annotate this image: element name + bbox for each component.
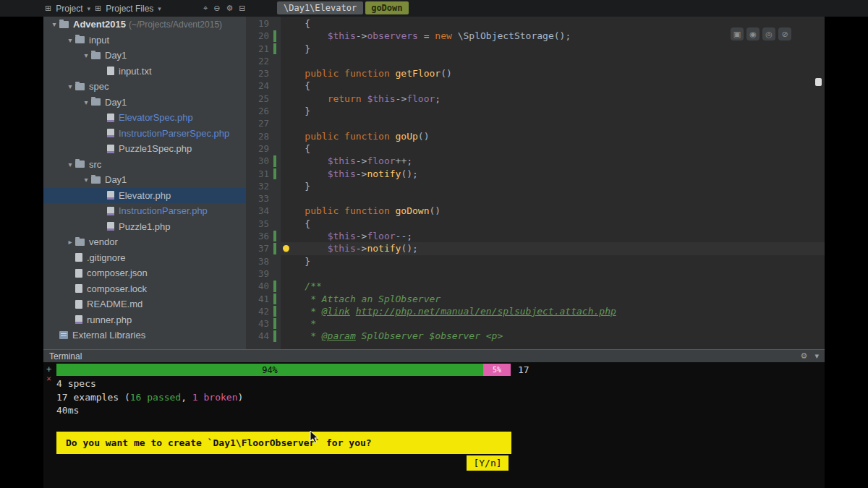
collapse-all-icon[interactable]: ⊖ — [213, 4, 220, 13]
line-number-30[interactable]: 30 — [246, 155, 281, 167]
settings-icon[interactable]: ⚙ — [801, 351, 808, 361]
line-number-36[interactable]: 36 — [246, 230, 281, 242]
overlay-toolbar-icon-2[interactable]: ◉ — [746, 27, 760, 40]
tree-item-day1[interactable]: ▾Day1 — [43, 48, 246, 64]
tree-item-elevatorspec-php[interactable]: ElevatorSpec.php — [43, 110, 246, 126]
code-line-39[interactable] — [281, 267, 825, 280]
code-line-38[interactable]: } — [281, 255, 825, 267]
tab-project-files[interactable]: Project Files — [106, 4, 153, 14]
tree-item-runner-php[interactable]: runner.php — [43, 312, 246, 328]
code-line-35[interactable]: { — [281, 218, 825, 230]
code-line-41[interactable]: * Attach an SplObserver — [281, 293, 825, 305]
tree-item-readme-md[interactable]: README.md — [43, 296, 246, 312]
line-number-38[interactable]: 38 — [246, 255, 281, 267]
line-number-19[interactable]: 19 — [246, 17, 281, 30]
breadcrumb-class[interactable]: \Day1\Elevator — [277, 1, 363, 14]
line-number-22[interactable]: 22 — [246, 55, 281, 67]
chevron-down-icon[interactable]: ▾ — [65, 82, 75, 90]
tree-item-input-txt[interactable]: input.txt — [43, 64, 246, 80]
tree-item-day1[interactable]: ▾Day1 — [43, 95, 246, 111]
code-line-42[interactable]: * @link http://php.net/manual/en/splsubj… — [281, 305, 825, 317]
code-line-25[interactable]: return $this->floor; — [281, 93, 825, 105]
line-number-32[interactable]: 32 — [246, 180, 281, 192]
code-line-28[interactable]: public function goUp() — [281, 130, 825, 142]
tree-item-instructionparserspec-php[interactable]: InstructionParserSpec.php — [43, 126, 246, 142]
chevron-right-icon[interactable]: ▸ — [65, 238, 75, 246]
line-number-26[interactable]: 26 — [246, 105, 281, 117]
intention-bulb-icon[interactable] — [283, 245, 289, 252]
overlay-toolbar-icon-3[interactable]: ◎ — [762, 27, 775, 40]
code-line-27[interactable] — [281, 117, 825, 129]
code-line-37[interactable]: $this->notify(); — [281, 242, 825, 254]
line-number-28[interactable]: 28 — [246, 130, 281, 142]
code-line-21[interactable]: } — [281, 43, 825, 55]
line-number-37[interactable]: 37 — [246, 242, 281, 254]
line-number-34[interactable]: 34 — [246, 205, 281, 217]
line-number-44[interactable]: 44 — [246, 330, 281, 342]
code-line-43[interactable]: * — [281, 317, 825, 330]
add-session-icon[interactable]: + — [46, 366, 51, 373]
line-number-41[interactable]: 41 — [246, 293, 281, 305]
tree-item--gitignore[interactable]: .gitignore — [43, 250, 246, 266]
line-number-27[interactable]: 27 — [246, 117, 281, 129]
hide-terminal-icon[interactable]: ▾ — [814, 351, 819, 361]
line-number-31[interactable]: 31 — [246, 168, 281, 180]
tree-item-elevator-php[interactable]: Elevator.php — [43, 188, 246, 204]
chevron-down-icon[interactable]: ▾ — [88, 5, 91, 12]
line-number-42[interactable]: 42 — [246, 305, 281, 317]
editor-code-area[interactable]: { $this->observers = new \SplObjectStora… — [281, 17, 825, 343]
line-number-20[interactable]: 20 — [246, 30, 281, 42]
tree-item-advent2015[interactable]: ▾Advent2015 (~/Projects/Advent2015) — [43, 17, 246, 33]
terminal-body[interactable]: + ✕ 94% 5% 17 4 specs 17 examples (16 pa… — [43, 362, 825, 488]
line-number-29[interactable]: 29 — [246, 142, 281, 155]
tree-item-composer-json[interactable]: composer.json — [43, 265, 246, 281]
code-line-30[interactable]: $this->floor++; — [281, 155, 825, 167]
code-line-33[interactable] — [281, 192, 825, 205]
code-line-24[interactable]: { — [281, 80, 825, 92]
chevron-down-icon[interactable]: ▾ — [65, 36, 75, 44]
line-number-21[interactable]: 21 — [246, 43, 281, 55]
code-line-29[interactable]: { — [281, 142, 825, 155]
settings-icon[interactable]: ⚙ — [226, 4, 233, 13]
chevron-down-icon[interactable]: ▾ — [65, 160, 75, 168]
code-line-22[interactable] — [281, 55, 825, 67]
code-line-31[interactable]: $this->notify(); — [281, 168, 825, 180]
line-number-25[interactable]: 25 — [246, 93, 281, 105]
code-editor[interactable]: 1920212223242526272829303132333435363738… — [246, 17, 825, 349]
overlay-toolbar-icon-4[interactable]: ⊘ — [778, 27, 791, 40]
tree-item-src[interactable]: ▾src — [43, 157, 246, 173]
code-line-26[interactable]: } — [281, 105, 825, 117]
tree-item-puzzle1-php[interactable]: Puzzle1.php — [43, 219, 246, 235]
tree-item-day1[interactable]: ▾Day1 — [43, 172, 246, 188]
line-number-33[interactable]: 33 — [246, 192, 281, 205]
tree-item-composer-lock[interactable]: composer.lock — [43, 281, 246, 297]
hide-panel-icon[interactable]: ⊟ — [239, 4, 245, 13]
code-line-32[interactable]: } — [281, 180, 825, 192]
line-number-39[interactable]: 39 — [246, 267, 281, 280]
line-number-35[interactable]: 35 — [246, 218, 281, 230]
scrollbar-marker[interactable] — [815, 78, 822, 86]
line-number-43[interactable]: 43 — [246, 317, 281, 330]
chevron-down-icon[interactable]: ▾ — [158, 5, 161, 12]
chevron-down-icon[interactable]: ▾ — [81, 98, 91, 106]
line-number-40[interactable]: 40 — [246, 280, 281, 292]
tree-item-input[interactable]: ▾input — [43, 33, 246, 48]
code-line-44[interactable]: * @param SplObserver $observer <p> — [281, 330, 825, 342]
tab-project[interactable]: Project — [56, 4, 82, 14]
breadcrumb-method[interactable]: goDown — [365, 1, 408, 14]
chevron-down-icon[interactable]: ▾ — [81, 176, 91, 184]
code-line-34[interactable]: public function goDown() — [281, 205, 825, 217]
line-number-24[interactable]: 24 — [246, 80, 281, 92]
overlay-toolbar-icon-1[interactable]: ▣ — [731, 27, 744, 40]
chevron-down-icon[interactable]: ▾ — [49, 20, 59, 28]
code-line-36[interactable]: $this->floor--; — [281, 230, 825, 242]
line-number-23[interactable]: 23 — [246, 67, 281, 80]
terminal-header[interactable]: Terminal ⚙ ▾ — [43, 349, 825, 362]
code-line-23[interactable]: public function getFloor() — [281, 67, 825, 80]
chevron-down-icon[interactable]: ▾ — [81, 51, 91, 59]
code-line-40[interactable]: /** — [281, 280, 825, 292]
close-session-icon[interactable]: ✕ — [46, 375, 51, 382]
tree-item-spec[interactable]: ▾spec — [43, 79, 246, 95]
tree-item-external-libraries[interactable]: External Libraries — [43, 328, 246, 343]
tree-item-vendor[interactable]: ▸vendor — [43, 234, 246, 250]
